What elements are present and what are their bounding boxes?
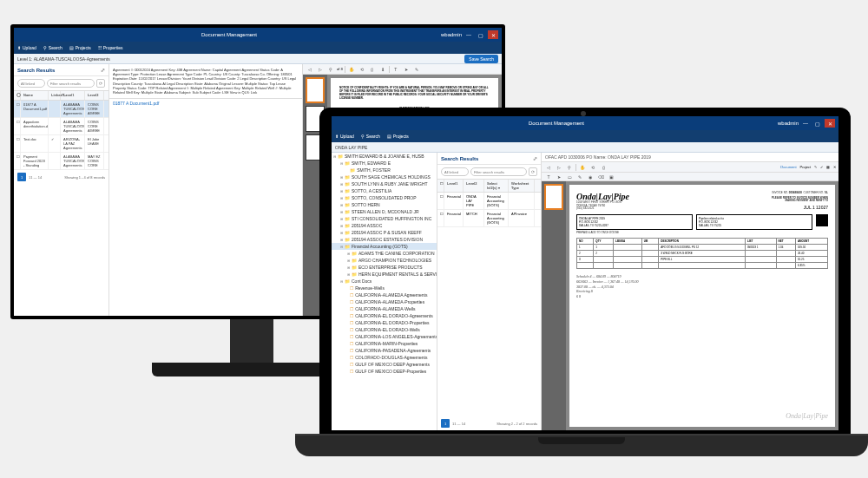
tree-toggle-icon[interactable]: ⊟ <box>340 245 343 249</box>
tree-toggle-icon[interactable] <box>347 293 348 298</box>
tree-toggle-icon[interactable] <box>347 363 348 367</box>
tree-toggle-icon[interactable]: ⊟ <box>340 279 343 284</box>
tree-toggle-icon[interactable]: ⊞ <box>340 189 343 193</box>
tree-item[interactable]: ⊞📁SOTTO, CONSOLIDATED PROP <box>332 194 437 201</box>
tree-toggle-icon[interactable]: ⊞ <box>340 196 343 200</box>
tree-item[interactable]: ⊞📁STEEN ALLEN D, MCDONALD JR <box>332 208 437 215</box>
tree-item[interactable]: ⊞📁HERN EQUIPMENT RENTALS & SERVICE <box>332 271 437 278</box>
doc-page[interactable]: Onda|Lay|Pipe 1018 WEST FIRST STREET P.O… <box>569 185 835 427</box>
tree-item[interactable]: ☐CALIFORNIA-ALAMEDA-Properties <box>332 298 437 305</box>
tree-toggle-icon[interactable] <box>347 286 348 291</box>
tree-item[interactable]: ⊟📁SMITH, EDWARD E <box>332 160 437 167</box>
tree-item[interactable]: 📁SMITH, FOSTER <box>332 167 437 174</box>
expand-icon[interactable]: ⤢ <box>533 155 537 161</box>
filter-linked[interactable]: All linked <box>17 79 45 88</box>
tree-toggle-icon[interactable] <box>347 335 348 339</box>
upload-button[interactable]: ⬆Upload <box>17 45 36 50</box>
tree-item[interactable]: ☐CALIFORNIA-EL DORADO-Properties <box>332 319 437 326</box>
pen-icon[interactable]: ✎ <box>575 174 584 180</box>
download-icon[interactable]: ⬇ <box>378 66 387 73</box>
refresh-icon[interactable]: ⟳ <box>529 167 537 176</box>
table-row[interactable]: ☐Appodorm dimethiolation.docALABAMA TUSC… <box>14 118 108 135</box>
copy-icon[interactable]: ▣ <box>607 174 615 180</box>
tree-toggle-icon[interactable]: ⊟ <box>340 161 343 166</box>
tree-toggle-icon[interactable]: ⊞ <box>340 210 343 214</box>
save-search-button[interactable]: Save Search <box>464 55 498 63</box>
tree-toggle-icon[interactable]: ⊞ <box>347 272 350 277</box>
grid-icon[interactable]: ▦ <box>826 165 830 169</box>
close-button[interactable]: ✕ <box>825 119 835 128</box>
tree-toggle-icon[interactable] <box>347 349 348 353</box>
tree-item[interactable]: ⊞📁205194 ASSOC ESTATES DIVISION <box>332 236 437 243</box>
tree-item[interactable]: ☐CALIFORNIA-ALAMEDA Agreements <box>332 291 437 298</box>
tree-toggle-icon[interactable]: ⊞ <box>340 175 343 180</box>
expand-icon[interactable]: ⤢ <box>101 67 105 73</box>
tree-item[interactable]: ☐CALIFORNIA-MARIN-Properties <box>332 340 437 347</box>
user-label[interactable]: wbadmin <box>778 121 799 126</box>
print-icon[interactable]: ⎙ <box>599 164 608 171</box>
page-number[interactable]: 1 <box>441 419 450 428</box>
thumbnail-1[interactable] <box>306 77 325 103</box>
tree-item[interactable]: ☐Revenue-Wells <box>332 285 437 291</box>
tree-toggle-icon[interactable] <box>347 370 348 374</box>
tree-toggle-icon[interactable]: ⊞ <box>340 238 343 242</box>
tree-toggle-icon[interactable]: ⊞ <box>347 259 350 263</box>
tree-item[interactable]: ⊞📁ARGO CHAMPION TECHNOLOGIES <box>332 257 437 264</box>
next-page-icon[interactable]: ▷ <box>316 66 325 73</box>
table-row[interactable]: ☐01877 A Document1.pdfALABAMA TUSCALOOSA… <box>14 101 108 118</box>
projects-button[interactable]: ▤Projects <box>387 134 409 139</box>
tree-item[interactable]: ☐COLORADO-DOUGLAS-Agreements <box>332 354 437 361</box>
tree-item[interactable]: ☐CALIFORNIA-EL DORADO-Wells <box>332 326 437 333</box>
tree-item[interactable]: ☐CALIFORNIA-EL DORADO-Agreements <box>332 312 437 319</box>
tree-item[interactable]: ⊞📁SOTTO, A CESTILIA <box>332 187 437 194</box>
tree-item[interactable]: ☐CALIFORNIA-LOS ANGELES-Agreements <box>332 333 437 340</box>
close-doc-icon[interactable]: ✕ <box>833 165 836 169</box>
table-row[interactable]: ☐Payment Forward 2023 - StandingALABAMA … <box>14 153 108 170</box>
filter-input[interactable]: Filter search results <box>47 79 95 88</box>
tree-toggle-icon[interactable]: ⊞ <box>340 182 343 187</box>
table-row[interactable]: ☐FinancialONDA LAY PIPEFinancial Account… <box>437 193 541 210</box>
doc-tab-document[interactable]: Document <box>780 165 796 169</box>
tree-toggle-icon[interactable]: ⊞ <box>340 231 343 235</box>
tree-item[interactable]: ⊞📁ADAMS THE CANINE CORPORATION <box>332 250 437 257</box>
zoom-icon[interactable]: ⚲ <box>326 66 335 73</box>
filter-input[interactable]: Filter search results <box>470 167 527 176</box>
tree-item[interactable]: ⊞📁205194 ASSOC <box>332 222 437 229</box>
doc-tab-project[interactable]: Project <box>800 165 811 169</box>
stamp-icon[interactable]: ◉ <box>586 174 595 180</box>
pointer-icon[interactable]: ➤ <box>402 66 411 73</box>
tree-toggle-icon[interactable] <box>347 168 348 173</box>
text-icon[interactable]: T <box>391 66 400 73</box>
zoom-icon[interactable]: ⚲ <box>565 164 574 171</box>
tree-item[interactable]: ⊞📁STI CONSOLIDATED HUFFINGTON INC <box>332 215 437 222</box>
hand-icon[interactable]: ✋ <box>347 66 356 73</box>
tree-toggle-icon[interactable] <box>347 342 348 346</box>
tree-item[interactable]: ☐CALIFORNIA-PASADENA-Agreements <box>332 347 437 354</box>
thumbnail-1[interactable] <box>544 184 563 210</box>
tree-toggle-icon[interactable] <box>347 356 348 360</box>
tree-toggle-icon[interactable]: ⊞ <box>340 217 343 221</box>
edit-icon[interactable]: ✎ <box>814 165 817 169</box>
erase-icon[interactable]: ⌫ <box>596 174 605 180</box>
tree-toggle-icon[interactable]: ⊞ <box>347 252 350 256</box>
tree-panel[interactable]: ⊟📁SMITH EDWARD B & JOANNE E, HUSB⊟📁SMITH… <box>332 153 437 430</box>
table-row[interactable]: ☐Text.doc✓ARIZONA-LA PAZ AgreementsEl Jo… <box>14 135 108 153</box>
tree-toggle-icon[interactable] <box>347 300 348 304</box>
print-icon[interactable]: ⎙ <box>368 66 377 73</box>
tree-item[interactable]: ⊞📁205194 ASSOC P & SUSAN KEEFF <box>332 229 437 236</box>
tree-toggle-icon[interactable]: ⊞ <box>340 203 343 207</box>
projects-button[interactable]: ▤Projects <box>69 45 91 50</box>
search-button[interactable]: ⚲Search <box>43 45 62 50</box>
tree-item[interactable]: ⊞📁SOUTH SAGE CHEMICALS HOLDINGS <box>332 174 437 180</box>
rotate-icon[interactable]: ⟲ <box>358 66 366 73</box>
tree-toggle-icon[interactable] <box>347 321 348 325</box>
tree-item[interactable]: ⊟📁Financial Accounting (GOTS) <box>332 243 437 250</box>
pointer-icon[interactable]: ➤ <box>555 174 563 180</box>
pen-icon[interactable]: ✎ <box>412 66 421 73</box>
next-page-icon[interactable]: ▷ <box>555 164 563 171</box>
maximize-button[interactable]: ▢ <box>476 30 486 39</box>
search-button[interactable]: ⚲Search <box>361 134 380 139</box>
minimize-button[interactable]: — <box>464 30 474 39</box>
filter-linked[interactable]: All linked <box>441 167 469 176</box>
rotate-icon[interactable]: ⟲ <box>589 164 597 171</box>
